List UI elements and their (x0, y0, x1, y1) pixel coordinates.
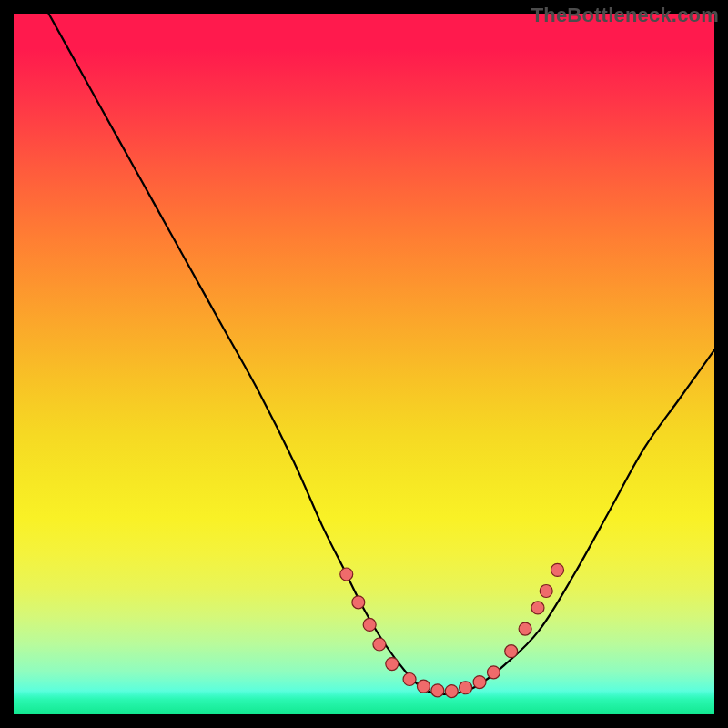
marker-dot (373, 638, 386, 651)
plot-wrapper (14, 14, 714, 714)
bottleneck-curve (49, 14, 715, 694)
watermark-text: TheBottleneck.com (531, 4, 719, 27)
marker-dot (403, 673, 416, 686)
marker-dot (460, 682, 472, 694)
marker-dot (417, 680, 430, 693)
marker-dot (386, 658, 399, 671)
marker-dot (531, 602, 544, 614)
marker-dot (445, 685, 458, 698)
marker-dot (473, 676, 486, 689)
marker-dot (352, 596, 365, 609)
marker-dot (363, 618, 376, 631)
curve-svg (14, 14, 714, 714)
marker-dot (505, 645, 518, 658)
marker-dot (551, 563, 564, 576)
marker-group (340, 563, 564, 697)
chart-stage: TheBottleneck.com (0, 0, 728, 728)
marker-dot (519, 622, 531, 635)
marker-dot (540, 584, 552, 597)
marker-dot (431, 684, 444, 697)
marker-dot (487, 666, 500, 679)
marker-dot (340, 568, 353, 581)
